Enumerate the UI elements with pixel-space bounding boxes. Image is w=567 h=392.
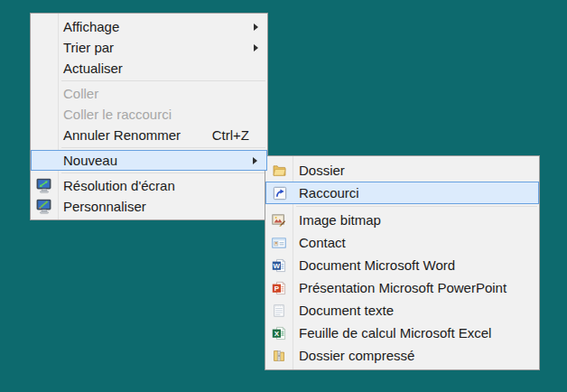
submenu-item-contact[interactable]: Contact xyxy=(265,231,539,254)
submenu-item-raccourci[interactable]: Raccourci xyxy=(265,182,539,204)
powerpoint-icon: P xyxy=(272,281,286,295)
menu-item-annuler-renommer[interactable]: Annuler Renommer Ctrl+Z xyxy=(31,125,267,145)
menu-item-label: Coller le raccourci xyxy=(63,107,172,122)
shortcut-label: Ctrl+Z xyxy=(212,127,260,143)
menu-item-label: Document Microsoft Word xyxy=(299,257,455,273)
submenu-item-feuille-excel[interactable]: X Feuille de calcul Microsoft Excel xyxy=(265,322,539,344)
submenu-item-image-bitmap[interactable]: Image bitmap xyxy=(265,209,539,231)
menu-item-label: Contact xyxy=(299,235,346,250)
menu-item-label: Feuille de calcul Microsoft Excel xyxy=(299,325,491,341)
text-document-icon xyxy=(272,303,286,318)
folder-icon xyxy=(272,163,286,178)
svg-text:P: P xyxy=(274,284,280,292)
menu-item-label: Dossier xyxy=(299,163,345,178)
screen-resolution-icon xyxy=(36,178,52,193)
menu-item-affichage[interactable]: Affichage xyxy=(31,16,267,37)
menu-item-coller-le-raccourci[interactable]: Coller le raccourci xyxy=(31,104,267,125)
menu-item-label: Nouveau xyxy=(63,153,117,168)
personalize-icon xyxy=(36,199,52,214)
svg-text:W: W xyxy=(274,261,281,269)
submenu-arrow-icon xyxy=(253,157,257,164)
submenu-item-document-word[interactable]: W Document Microsoft Word xyxy=(265,254,539,276)
menu-item-resolution-ecran[interactable]: Résolution d'écran xyxy=(31,175,267,196)
menu-separator xyxy=(61,173,265,173)
menu-item-trier-par[interactable]: Trier par xyxy=(31,37,267,58)
word-icon: W xyxy=(272,258,286,273)
menu-item-label: Trier par xyxy=(63,40,114,55)
menu-item-label: Image bitmap xyxy=(299,212,381,228)
menu-item-label: Présentation Microsoft PowerPoint xyxy=(299,280,507,295)
submenu-item-dossier[interactable]: Dossier xyxy=(265,159,539,182)
submenu-arrow-icon xyxy=(254,23,258,31)
menu-item-personnaliser[interactable]: Personnaliser xyxy=(31,196,267,217)
menu-item-coller[interactable]: Coller xyxy=(31,83,267,104)
shortcut-icon xyxy=(273,186,287,201)
submenu-item-presentation-powerpoint[interactable]: P Présentation Microsoft PowerPoint xyxy=(265,276,539,299)
menu-item-nouveau[interactable]: Nouveau xyxy=(31,150,267,171)
menu-separator xyxy=(61,147,265,148)
menu-item-label: Dossier compressé xyxy=(299,348,414,363)
context-menu: Affichage Trier par Actualiser Coller Co… xyxy=(30,13,268,220)
contact-icon xyxy=(272,236,286,250)
menu-item-label: Coller xyxy=(63,86,98,101)
submenu-arrow-icon xyxy=(254,44,258,51)
svg-text:X: X xyxy=(274,329,280,337)
nouveau-submenu: Dossier Raccourci xyxy=(265,155,540,370)
menu-item-label: Document texte xyxy=(299,303,394,318)
menu-item-label: Affichage xyxy=(63,19,119,34)
desktop[interactable]: Affichage Trier par Actualiser Coller Co… xyxy=(0,0,567,392)
menu-separator xyxy=(61,80,265,81)
menu-item-actualiser[interactable]: Actualiser xyxy=(31,58,267,79)
menu-item-label: Actualiser xyxy=(63,61,123,76)
menu-item-label: Annuler Renommer xyxy=(63,127,181,143)
menu-item-label: Personnaliser xyxy=(63,199,146,214)
menu-item-label: Raccourci xyxy=(299,185,359,201)
submenu-item-document-texte[interactable]: Document texte xyxy=(265,299,539,322)
excel-icon: X xyxy=(272,326,286,341)
bitmap-image-icon xyxy=(272,213,286,228)
menu-separator xyxy=(296,206,537,207)
submenu-item-dossier-compresse[interactable]: Dossier compressé xyxy=(265,344,539,367)
menu-item-label: Résolution d'écran xyxy=(63,178,175,193)
zipped-folder-icon xyxy=(272,349,286,363)
